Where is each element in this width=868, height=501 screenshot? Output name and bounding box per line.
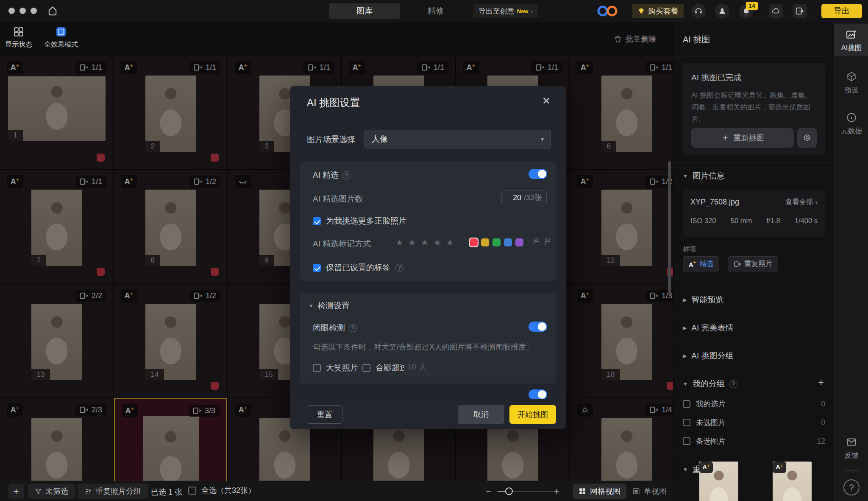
group-photo-checkbox[interactable]: 合影超过: [362, 362, 408, 373]
single-view-button[interactable]: 单视图: [626, 484, 673, 499]
cancel-button[interactable]: 取消: [458, 405, 504, 424]
close-window-icon[interactable]: [8, 8, 15, 14]
photo-cell[interactable]: A+1/28: [114, 170, 227, 283]
duplicate-thumbnail[interactable]: A+: [773, 462, 812, 501]
photo-thumbnail[interactable]: 8: [145, 190, 196, 266]
photo-thumbnail[interactable]: 14: [145, 304, 196, 380]
photo-thumbnail[interactable]: 19: [31, 418, 82, 481]
close-icon[interactable]: ✕: [542, 95, 551, 107]
export-to-creative-button[interactable]: 导出至创意 New ›: [473, 4, 538, 18]
help-icon[interactable]: ?: [342, 171, 351, 179]
photo-thumbnail[interactable]: 1: [8, 76, 106, 141]
ai-count-input[interactable]: 20 /32张: [501, 190, 547, 205]
help-icon[interactable]: ?: [395, 264, 403, 272]
section-smart-preview[interactable]: ▶ 智能预览: [683, 294, 723, 305]
photo-thumbnail[interactable]: 24: [601, 418, 652, 481]
section-my-groups[interactable]: ▼ 我的分组 ?: [683, 378, 737, 389]
photo-cell[interactable]: 1/424: [570, 398, 673, 481]
color-swatch-selected[interactable]: [470, 238, 478, 246]
display-status-button[interactable]: 显示状态: [2, 26, 36, 49]
minimize-window-icon[interactable]: [19, 8, 26, 14]
buy-plan-button[interactable]: 购买套餐: [632, 4, 684, 18]
section-ai-expression[interactable]: ▶ AI 完美表情: [683, 322, 733, 333]
full-effect-mode-button[interactable]: 全效果模式: [44, 26, 78, 49]
export-button[interactable]: 导出: [821, 4, 862, 18]
export-queue-button[interactable]: [793, 4, 807, 18]
star-icon[interactable]: ★: [446, 238, 454, 248]
star-icon[interactable]: ★: [433, 238, 441, 248]
start-pick-button[interactable]: 开始挑图: [509, 405, 556, 424]
star-icon[interactable]: ★: [408, 238, 416, 248]
photo-cell[interactable]: A+1/214: [114, 284, 227, 397]
detection-section-header[interactable]: ▼ 检测设置: [309, 300, 350, 311]
group-row[interactable]: 未选图片0: [683, 414, 825, 431]
photo-thumbnail[interactable]: 18: [601, 304, 652, 380]
flag-reject-icon[interactable]: [544, 238, 552, 246]
photo-thumbnail[interactable]: 2: [145, 76, 196, 152]
add-photos-button[interactable]: +: [8, 484, 24, 499]
section-ai-pick-groups[interactable]: ▶ AI 挑图分组: [683, 350, 733, 361]
zoom-in-icon[interactable]: +: [554, 485, 559, 497]
checkbox-checked-icon[interactable]: [313, 264, 321, 272]
photo-cell[interactable]: A+2/319: [0, 398, 113, 481]
select-all-checkbox[interactable]: [188, 487, 196, 495]
group-row[interactable]: 我的选片0: [683, 395, 825, 412]
photo-cell[interactable]: A+1/16: [570, 56, 673, 169]
rail-presets-tab[interactable]: 预设: [835, 66, 868, 95]
duplicate-group-button[interactable]: 重复照片分组: [78, 484, 148, 499]
photo-thumbnail[interactable]: 20: [143, 416, 199, 481]
laugh-photo-checkbox[interactable]: 大笑照片: [313, 362, 358, 373]
scene-select-dropdown[interactable]: 人像 ▾: [364, 130, 551, 148]
color-swatch[interactable]: [504, 238, 512, 246]
photo-thumbnail[interactable]: 7: [31, 190, 82, 266]
thumbnail-size-slider[interactable]: [498, 491, 554, 492]
star-icon[interactable]: ★: [395, 238, 403, 248]
maximize-window-icon[interactable]: [31, 8, 37, 14]
checkbox-unchecked-icon[interactable]: [313, 364, 321, 372]
group-count-input[interactable]: 10 人: [404, 359, 430, 375]
group-row[interactable]: 备选图片12: [683, 433, 825, 450]
photo-thumbnail[interactable]: 13: [31, 304, 82, 380]
blink-detect-toggle[interactable]: [529, 322, 547, 332]
feedback-button[interactable]: 反馈: [835, 431, 868, 460]
color-swatch[interactable]: [481, 238, 489, 246]
photo-cell-selected[interactable]: A+3/320: [114, 398, 227, 481]
rail-ai-pick-tab[interactable]: AI挑图: [835, 24, 868, 56]
group-checkbox[interactable]: [683, 437, 690, 445]
help-icon[interactable]: ?: [729, 380, 737, 388]
photo-cell[interactable]: A+1/17: [0, 170, 113, 283]
view-all-link[interactable]: 查看全部 ›: [785, 197, 818, 207]
zoom-out-icon[interactable]: −: [485, 485, 491, 497]
clipped-toggle[interactable]: [529, 389, 547, 400]
tag-duplicate[interactable]: 重复照片: [728, 256, 778, 271]
star-icon[interactable]: ★: [421, 238, 429, 248]
add-group-button[interactable]: +: [818, 377, 824, 389]
slider-knob[interactable]: [505, 487, 513, 495]
photo-cell[interactable]: A+1/318: [570, 284, 673, 397]
tab-retouch[interactable]: 精修: [400, 3, 471, 19]
checkbox-unchecked-icon[interactable]: [362, 364, 370, 372]
photo-thumbnail[interactable]: 12: [601, 190, 652, 266]
grid-scrollbar[interactable]: [668, 161, 671, 295]
group-checkbox[interactable]: [683, 400, 690, 408]
photo-thumbnail[interactable]: 6: [601, 76, 652, 152]
photo-cell[interactable]: A+1/212: [570, 170, 673, 283]
grid-view-button[interactable]: 网格视图: [573, 484, 626, 499]
color-swatch[interactable]: [515, 238, 523, 246]
support-headset-button[interactable]: [691, 4, 706, 18]
photo-cell[interactable]: A+1/12: [114, 56, 227, 169]
photo-cell[interactable]: A+1/11: [0, 56, 113, 169]
group-checkbox[interactable]: [683, 419, 690, 426]
duplicate-thumbnail[interactable]: A+: [699, 462, 738, 501]
ai-select-toggle[interactable]: [529, 169, 547, 179]
tag-ai-pick[interactable]: A+ 精选: [683, 256, 719, 271]
rerun-ai-pick-button[interactable]: 重新挑图: [691, 128, 794, 148]
reset-button[interactable]: 重置: [307, 405, 342, 424]
batch-delete-button[interactable]: 批量删除: [614, 34, 656, 44]
filter-button[interactable]: 未筛选: [28, 484, 75, 499]
cloud-sync-button[interactable]: [769, 4, 783, 18]
photo-cell[interactable]: 2/213: [0, 284, 113, 397]
help-icon[interactable]: ?: [349, 324, 357, 332]
rail-metadata-tab[interactable]: 元数据: [835, 107, 868, 136]
ai-pick-settings-button[interactable]: [797, 128, 817, 148]
